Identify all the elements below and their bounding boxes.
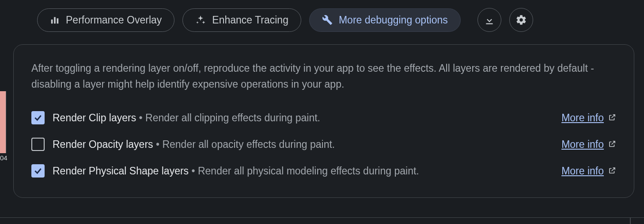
download-button[interactable] [477, 8, 501, 32]
external-link-icon [608, 165, 616, 177]
separator: • [192, 165, 198, 177]
separator: • [139, 112, 145, 124]
more-info-label: More info [561, 112, 604, 124]
option-desc: Render all opacity effects during paint. [162, 139, 335, 150]
more-info-label: More info [561, 165, 604, 177]
enhance-tracing-button[interactable]: Enhance Tracing [182, 8, 301, 32]
svg-rect-0 [51, 19, 53, 23]
sparkle-icon [195, 15, 206, 25]
settings-button[interactable] [509, 8, 533, 32]
button-label: More debugging options [339, 14, 448, 26]
option-desc: Render all physical modeling effects dur… [198, 165, 419, 177]
gear-icon [515, 14, 527, 26]
svg-rect-1 [54, 17, 56, 24]
external-link-icon [608, 139, 616, 151]
option-label: Render Clip layers [53, 112, 136, 124]
more-info-link[interactable]: More info [561, 139, 616, 151]
option-row: Render Physical Shape layers • Render al… [31, 158, 616, 184]
more-info-link[interactable]: More info [561, 165, 616, 177]
bottom-divider [0, 217, 644, 218]
external-link-icon [608, 112, 616, 124]
more-info-link[interactable]: More info [561, 112, 616, 124]
performance-overlay-button[interactable]: Performance Overlay [37, 8, 174, 32]
render-opacity-checkbox[interactable] [31, 138, 45, 151]
button-label: Enhance Tracing [212, 14, 288, 26]
bottom-tick [630, 218, 631, 224]
option-label: Render Opacity layers [53, 139, 153, 150]
option-row: Render Clip layers • Render all clipping… [31, 104, 616, 131]
toolbar: Performance Overlay Enhance Tracing More… [0, 0, 644, 40]
more-info-label: More info [561, 139, 604, 151]
option-text: Render Clip layers • Render all clipping… [53, 112, 553, 124]
download-icon [484, 14, 495, 26]
timeline-tick-label: 04 [0, 154, 8, 162]
option-row: Render Opacity layers • Render all opaci… [31, 131, 616, 158]
timeline-strip [0, 91, 6, 153]
button-label: Performance Overlay [66, 14, 162, 26]
svg-rect-2 [57, 18, 59, 23]
option-desc: Render all clipping effects during paint… [145, 112, 320, 124]
panel-description: After toggling a rendering layer on/off,… [31, 61, 616, 92]
wrench-icon [322, 15, 333, 25]
render-physical-shape-checkbox[interactable] [31, 164, 45, 178]
separator: • [156, 139, 162, 150]
render-clip-checkbox[interactable] [31, 111, 45, 124]
bar-chart-icon [50, 15, 60, 25]
debug-options-panel: After toggling a rendering layer on/off,… [13, 44, 634, 198]
option-text: Render Physical Shape layers • Render al… [53, 165, 553, 177]
option-label: Render Physical Shape layers [53, 165, 189, 177]
more-debugging-options-button[interactable]: More debugging options [309, 8, 461, 32]
option-text: Render Opacity layers • Render all opaci… [53, 139, 553, 151]
